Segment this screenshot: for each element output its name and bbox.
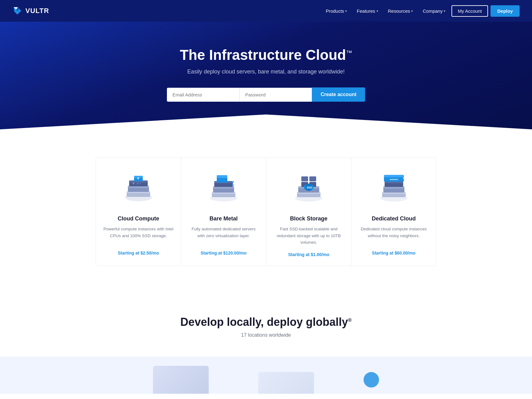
deploy-headline: Develop locally, deploy globally® <box>6 316 526 329</box>
product-name: Block Storage <box>274 215 344 222</box>
bottom-illustration <box>0 357 532 394</box>
product-description: Dedicated cloud compute instances withou… <box>359 226 429 244</box>
products-grid: + + − + Cloud Compute Powerful compute i… <box>96 157 436 266</box>
deploy-subheadline: 17 locations worldwide <box>6 332 526 338</box>
product-card-bare-metal[interactable]: Bare Metal Fully automated dedicated ser… <box>181 157 266 266</box>
svg-point-24 <box>232 181 234 183</box>
logo-text: VULTR <box>25 7 49 15</box>
svg-rect-33 <box>301 176 308 181</box>
product-description: Fast SSD-backed scalable and redundant s… <box>274 226 344 246</box>
svg-rect-48 <box>390 179 398 180</box>
dedicated-cloud-icon <box>359 167 429 211</box>
nav-resources[interactable]: Resources ▾ <box>384 6 417 16</box>
bottom-shape-left <box>153 366 209 394</box>
svg-rect-23 <box>217 175 227 178</box>
my-account-button[interactable]: My Account <box>451 5 488 17</box>
product-name: Dedicated Cloud <box>359 215 429 222</box>
deploy-button[interactable]: Deploy <box>491 5 520 17</box>
product-price: Starting at $2.50/mo <box>103 250 173 255</box>
hero-section: The Infrastructure Cloud™ Easily deploy … <box>0 22 532 139</box>
product-card-dedicated-cloud[interactable]: Dedicated Cloud Dedicated cloud compute … <box>351 157 436 266</box>
svg-point-25 <box>232 184 234 186</box>
chevron-down-icon: ▾ <box>377 9 378 13</box>
signup-form: Create account <box>167 87 365 102</box>
nav-company[interactable]: Company ▾ <box>419 6 449 16</box>
product-price: Starting at $1.00/mo <box>274 252 344 257</box>
svg-rect-47 <box>384 175 404 177</box>
logo[interactable]: VULTR <box>12 6 49 16</box>
navigation: VULTR Products ▾ Features ▾ Resources ▾ … <box>0 0 532 22</box>
svg-rect-34 <box>309 176 316 181</box>
chevron-down-icon: ▾ <box>444 9 445 13</box>
password-input[interactable] <box>240 88 312 102</box>
product-card-block-storage[interactable]: $SD $SD Block Storage Fast SSD-backed sc… <box>266 157 351 266</box>
bottom-shape-center <box>258 372 314 394</box>
product-description: Fully automated dedicated servers with z… <box>189 226 259 244</box>
cloud-compute-icon: + + − + <box>103 167 173 211</box>
nav-links: Products ▾ Features ▾ Resources ▾ Compan… <box>322 5 520 17</box>
product-card-cloud-compute[interactable]: + + − + Cloud Compute Powerful compute i… <box>96 157 181 266</box>
svg-text:+ −: + − <box>137 182 142 185</box>
product-price: Starting at $120.00/mo <box>189 250 259 255</box>
svg-text:+: + <box>132 181 135 186</box>
product-name: Cloud Compute <box>103 215 173 222</box>
product-price: Starting at $60.00/mo <box>359 250 429 255</box>
bare-metal-icon <box>189 167 259 211</box>
chevron-down-icon: ▾ <box>345 9 347 13</box>
products-section: + + − + Cloud Compute Powerful compute i… <box>0 139 532 291</box>
product-description: Powerful compute instances with Intel CP… <box>103 226 173 244</box>
nav-products[interactable]: Products ▾ <box>322 6 351 16</box>
hero-subheadline: Easily deploy cloud servers, bare metal,… <box>6 69 526 75</box>
nav-features[interactable]: Features ▾ <box>353 6 382 16</box>
create-account-button[interactable]: Create account <box>312 87 365 102</box>
chevron-down-icon: ▾ <box>411 9 413 13</box>
svg-text:$SD: $SD <box>307 186 312 189</box>
block-storage-icon: $SD $SD <box>274 167 344 211</box>
hero-headline: The Infrastructure Cloud™ <box>6 47 526 64</box>
product-name: Bare Metal <box>189 215 259 222</box>
vultr-logo-icon <box>12 6 22 16</box>
bottom-shape-circle <box>364 372 379 388</box>
email-input[interactable] <box>167 88 240 102</box>
svg-text:+: + <box>137 176 139 181</box>
deploy-section: Develop locally, deploy globally® 17 loc… <box>0 291 532 357</box>
